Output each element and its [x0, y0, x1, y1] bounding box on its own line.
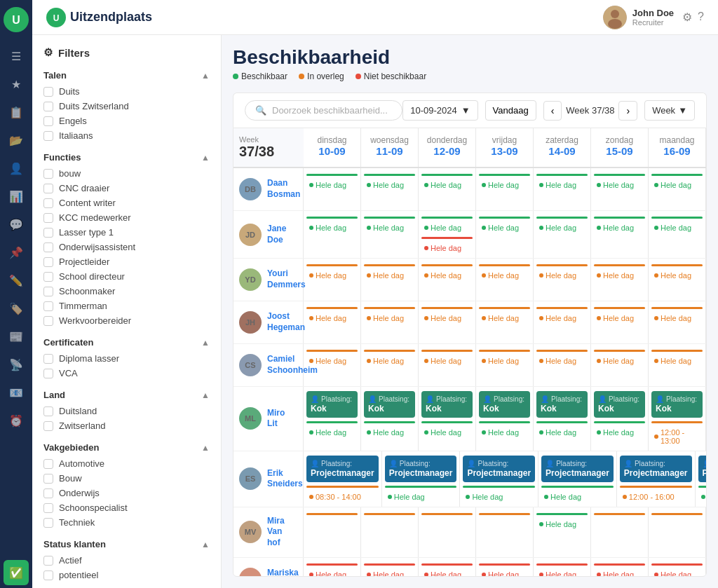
day-cell[interactable] [591, 507, 649, 557]
day-cell[interactable]: Hele dag [591, 259, 649, 301]
day-cell[interactable]: Hele dag [649, 344, 706, 386]
prev-week-button[interactable]: ‹ [543, 101, 562, 121]
nav-clock-icon[interactable]: ⏰ [4, 408, 29, 433]
filter-vakgebieden-header[interactable]: Vakgebieden ▲ [43, 442, 210, 453]
placement-card[interactable]: 👤 Plaatsing:Kok [594, 391, 645, 418]
day-cell[interactable]: Hele dag [304, 211, 361, 258]
nav-folder-icon[interactable]: 📂 [4, 128, 29, 153]
day-cell[interactable]: Hele dag [534, 259, 591, 301]
day-cell[interactable]: 👤 Plaatsing:Kok Hele dag [534, 387, 591, 451]
day-cell[interactable]: 👤 Plaatsing:Kok Hele dag [419, 387, 476, 451]
day-cell[interactable]: Hele dag [361, 211, 419, 258]
help-icon[interactable]: ? [698, 11, 704, 24]
day-cell[interactable]: Hele dag [419, 259, 476, 301]
placement-card[interactable]: 👤 Plaatsing:Projectmanager [620, 456, 692, 482]
day-cell[interactable]: Hele dag Hele dag [419, 211, 476, 258]
day-cell[interactable]: Hele dag [591, 301, 649, 343]
day-cell[interactable]: Hele dag [476, 301, 534, 343]
day-cell[interactable]: Hele dag [476, 211, 534, 258]
day-cell[interactable]: Hele dag [361, 259, 419, 301]
day-cell[interactable]: 👤 Plaatsing:Kok Hele dag [591, 387, 649, 451]
person-cell-miro[interactable]: ML Miro Lit [233, 387, 304, 451]
nav-email-icon[interactable]: 📧 [4, 380, 29, 405]
day-cell[interactable]: Hele dag [649, 301, 706, 343]
day-cell[interactable]: Hele dag [534, 211, 591, 258]
day-cell[interactable]: Hele dag [534, 558, 591, 577]
placement-card[interactable]: 👤 Plaatsing:Projectmanager [385, 456, 457, 482]
day-cell[interactable]: 👤 Plaatsing:Projectmanager Hele dag [696, 451, 707, 507]
person-cell-mariska[interactable]: MJ Mariska Jansen [233, 558, 304, 577]
day-cell[interactable]: Hele dag [304, 558, 361, 577]
nav-clipboard-icon[interactable]: 📋 [4, 100, 29, 125]
placement-card[interactable]: 👤 Plaatsing:Kok [536, 391, 588, 418]
day-cell[interactable]: 👤 Plaatsing:Kok 12:00 - 13:00 [649, 387, 706, 451]
placement-card[interactable]: 👤 Plaatsing:Projectmanager [698, 456, 707, 482]
nav-check-icon[interactable]: ✅ [4, 560, 29, 585]
nav-tag-icon[interactable]: 🏷️ [4, 296, 29, 321]
day-cell[interactable]: 👤 Plaatsing:Kok Hele dag [361, 387, 419, 451]
day-cell[interactable]: Hele dag [649, 168, 706, 210]
person-cell-jane[interactable]: JD Jane Doe [233, 211, 304, 258]
day-cell[interactable]: Hele dag [476, 259, 534, 301]
person-cell-daan[interactable]: DB Daan Bosman [233, 168, 304, 210]
nav-pin-icon[interactable]: 📌 [4, 240, 29, 265]
nav-chat-icon[interactable]: 💬 [4, 212, 29, 237]
day-cell[interactable]: Hele dag [304, 259, 361, 301]
view-selector[interactable]: Week ▼ [644, 100, 695, 121]
day-cell[interactable]: Hele dag [304, 168, 361, 210]
filter-functies-header[interactable]: Functies ▲ [43, 152, 210, 163]
person-cell-joost[interactable]: JH Joost Hegeman [233, 301, 304, 343]
search-box[interactable]: 🔍 Doorzoek beschikbaarheid... [245, 100, 402, 121]
day-cell[interactable]: Hele dag [534, 301, 591, 343]
day-cell[interactable]: Hele dag [476, 168, 534, 210]
day-cell[interactable]: Hele dag [591, 168, 649, 210]
day-cell[interactable]: 👤 Plaatsing:Kok Hele dag [476, 387, 534, 451]
day-cell[interactable]: 👤 Plaatsing:Projectmanager 12:00 - 16:00 [617, 451, 696, 507]
nav-edit-icon[interactable]: ✏️ [4, 268, 29, 293]
filter-talen-header[interactable]: Talen ▲ [43, 70, 210, 81]
day-cell[interactable]: Hele dag [591, 344, 649, 386]
day-cell[interactable] [476, 507, 534, 557]
placement-card[interactable]: 👤 Plaatsing:Kok [364, 391, 415, 418]
placement-card[interactable]: 👤 Plaatsing:Projectmanager [541, 456, 614, 482]
next-week-button[interactable]: › [618, 101, 637, 121]
settings-icon[interactable]: ⚙ [682, 11, 692, 24]
placement-card[interactable]: 👤 Plaatsing:Kok [421, 391, 473, 418]
day-cell[interactable]: 👤 Plaatsing:Projectmanager Hele dag [460, 451, 538, 507]
placement-card[interactable]: 👤 Plaatsing:Kok [306, 391, 358, 418]
day-cell[interactable] [361, 507, 419, 557]
person-cell-youri[interactable]: YD Youri Demmers [233, 259, 304, 301]
nav-chart-icon[interactable]: 📊 [4, 184, 29, 209]
person-cell-erik[interactable]: ES Erik Sneiders [233, 451, 304, 507]
day-cell[interactable]: Hele dag [304, 301, 361, 343]
day-cell[interactable]: Hele dag [649, 259, 706, 301]
placement-card[interactable]: 👤 Plaatsing:Projectmanager [463, 456, 535, 482]
day-cell[interactable]: Hele dag [419, 301, 476, 343]
day-cell[interactable] [304, 507, 361, 557]
filter-land-header[interactable]: Land ▲ [43, 390, 210, 400]
day-cell[interactable]: Hele dag [304, 344, 361, 386]
placement-card[interactable]: 👤 Plaatsing:Projectmanager [306, 456, 379, 482]
day-cell[interactable]: Hele dag [476, 344, 534, 386]
day-cell[interactable]: Hele dag [419, 344, 476, 386]
day-cell[interactable]: Hele dag [649, 558, 706, 577]
day-cell[interactable]: Hele dag [419, 558, 476, 577]
day-cell[interactable] [649, 507, 706, 557]
person-cell-camiel[interactable]: CS Camiel Schoonheim [233, 344, 304, 386]
nav-news-icon[interactable]: 📰 [4, 324, 29, 349]
nav-favorites-icon[interactable]: ★ [4, 71, 29, 97]
filter-certificaten-header[interactable]: Certificaten ▲ [43, 337, 210, 348]
day-cell[interactable]: 👤 Plaatsing:Projectmanager 08:30 - 14:00 [304, 451, 382, 507]
nav-menu-icon[interactable]: ☰ [4, 43, 29, 69]
day-cell[interactable] [419, 507, 476, 557]
day-cell[interactable]: 👤 Plaatsing:Projectmanager Hele dag [538, 451, 617, 507]
nav-person-icon[interactable]: 👤 [4, 156, 29, 181]
day-cell[interactable]: Hele dag [534, 344, 591, 386]
person-cell-mira[interactable]: MV Mira Van hof [233, 507, 304, 557]
placement-card[interactable]: 👤 Plaatsing:Kok [479, 391, 530, 418]
day-cell[interactable]: Hele dag [534, 168, 591, 210]
day-cell[interactable]: Hele dag [361, 168, 419, 210]
day-cell[interactable]: Hele dag [534, 507, 591, 557]
nav-broadcast-icon[interactable]: 📡 [4, 352, 29, 377]
day-cell[interactable]: 👤 Plaatsing:Projectmanager Hele dag [382, 451, 461, 507]
